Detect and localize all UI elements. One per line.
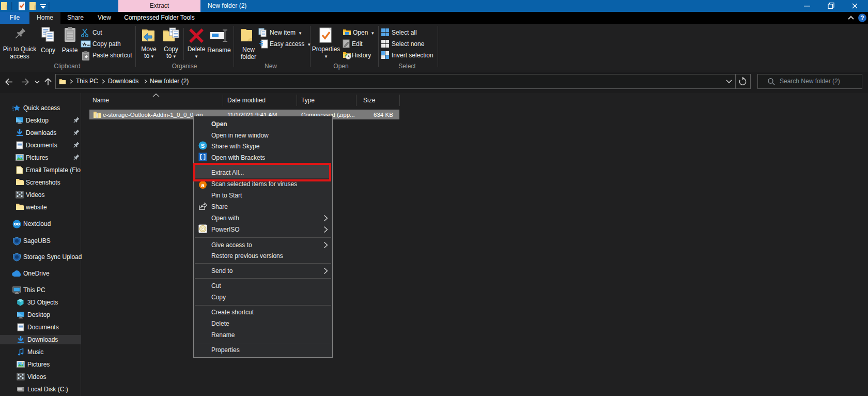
svg-text:a: a [201, 181, 205, 188]
svg-text:?: ? [860, 14, 864, 22]
svg-text:S: S [201, 143, 205, 149]
